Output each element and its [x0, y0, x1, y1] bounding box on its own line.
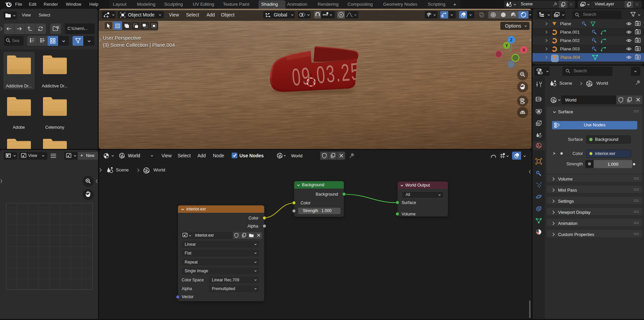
svg-text:Addictive Dr...: Addictive Dr...	[42, 84, 67, 88]
svg-text:Mist Pass: Mist Pass	[558, 188, 577, 193]
svg-text:Plane.001: Plane.001	[560, 30, 580, 35]
svg-text:Viewport Display: Viewport Display	[558, 210, 591, 215]
svg-text:Volume: Volume	[558, 176, 572, 182]
svg-text:Adobe: Adobe	[13, 125, 25, 130]
svg-text:Plane.002: Plane.002	[560, 38, 580, 43]
svg-text:Addictive Dr...: Addictive Dr...	[6, 84, 32, 88]
svg-text:Plane.004: Plane.004	[560, 55, 580, 60]
svg-text:Animation: Animation	[558, 221, 578, 226]
svg-text:Celemony: Celemony	[45, 125, 64, 130]
svg-text:Plane.003: Plane.003	[560, 46, 580, 51]
svg-text:X: X	[522, 48, 525, 52]
svg-text:Plane: Plane	[560, 21, 571, 26]
svg-text:Custom Properties: Custom Properties	[558, 232, 594, 237]
svg-text:Y: Y	[505, 43, 508, 48]
svg-text:Settings: Settings	[558, 199, 574, 204]
svg-text:Z: Z	[510, 38, 512, 42]
